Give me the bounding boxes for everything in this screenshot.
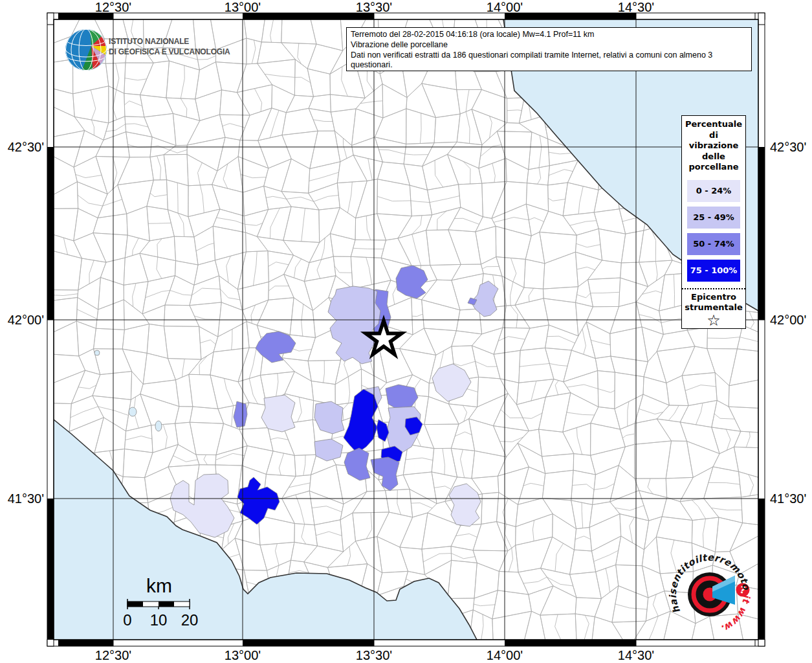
municipality-polygon — [261, 395, 295, 432]
axis-label-top: 13°30' — [356, 0, 392, 15]
axis-label-right: 42°00' — [770, 313, 806, 328]
ingv-wordmark: ISTITUTO NAZIONALE DI GEOFISICA E VULCAN… — [109, 36, 230, 57]
legend-class-row: 75 - 100% — [687, 260, 740, 282]
epicenter-legend-label: Epicentro strumentale — [682, 292, 745, 313]
info-box: Terremoto del 28-02-2015 04:16:18 (ora l… — [346, 27, 752, 71]
epicenter-star-symbol: ☆ — [682, 313, 745, 328]
axis-label-top: 12°30' — [95, 0, 131, 15]
axis-label-left: 41°30' — [8, 491, 44, 506]
map-screenshot: { "info_box": { "lines": [ "Terremoto de… — [0, 0, 812, 663]
legend-separator — [682, 288, 745, 289]
info-line: Vibrazione delle porcellane — [351, 40, 747, 51]
ingv-line1: ISTITUTO NAZIONALE — [109, 36, 230, 47]
lake — [94, 350, 100, 355]
lake — [155, 421, 162, 431]
axis-label-bottom: 14°30' — [618, 648, 654, 663]
scale-bar-unit: km — [146, 575, 172, 596]
axis-label-top: 14°30' — [618, 0, 654, 15]
legend-class-row: 25 - 49% — [687, 207, 740, 229]
info-line: Terremoto del 28-02-2015 04:16:18 (ora l… — [351, 30, 747, 40]
lake — [129, 407, 137, 416]
info-line: Aggiornato il: 20-12-2025 13:06 (ora loc… — [351, 71, 747, 71]
legend-panel: Percentuale di vibrazione delle porcella… — [681, 115, 746, 329]
axis-label-right: 42°30' — [770, 140, 806, 155]
axis-label-bottom: 13°30' — [356, 648, 392, 663]
legend-title: Percentuale di vibrazione delle porcella… — [682, 116, 745, 175]
axis-label-left: 42°00' — [8, 313, 44, 328]
axis-label-right: 41°30' — [770, 491, 806, 506]
legend-class-row: 0 - 24% — [687, 180, 740, 202]
scale-tick-label: 20 — [181, 611, 199, 629]
scale-tick-label: 10 — [150, 611, 168, 629]
ingv-logo — [65, 29, 107, 71]
scale-tick-label: 0 — [123, 611, 131, 629]
ingv-line2: DI GEOFISICA E VULCANOLOGIA — [109, 47, 230, 57]
axis-label-bottom: 12°30' — [95, 648, 131, 663]
axis-label-bottom: 13°00' — [225, 648, 261, 663]
map-canvas: km 01020 — [0, 0, 812, 663]
legend-classes: 0 - 24%25 - 49%50 - 74%75 - 100% — [682, 180, 745, 282]
axis-label-left: 42°30' — [8, 140, 44, 155]
info-line: Dati non verificati estratti da 186 ques… — [351, 51, 747, 71]
legend-class-row: 50 - 74% — [687, 233, 740, 255]
axis-label-top: 14°00' — [487, 0, 523, 15]
axis-label-bottom: 14°00' — [487, 648, 523, 663]
axis-label-top: 13°00' — [225, 0, 261, 15]
